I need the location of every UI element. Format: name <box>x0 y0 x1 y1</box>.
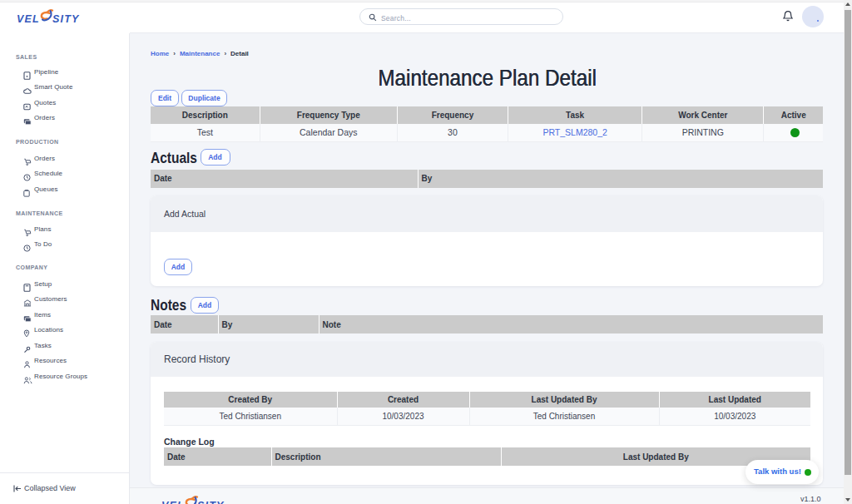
svg-text:VEL: VEL <box>161 500 185 504</box>
svg-text:SITY: SITY <box>52 13 80 25</box>
svg-text:VEL: VEL <box>17 13 40 25</box>
svg-text:SITY: SITY <box>197 500 225 504</box>
